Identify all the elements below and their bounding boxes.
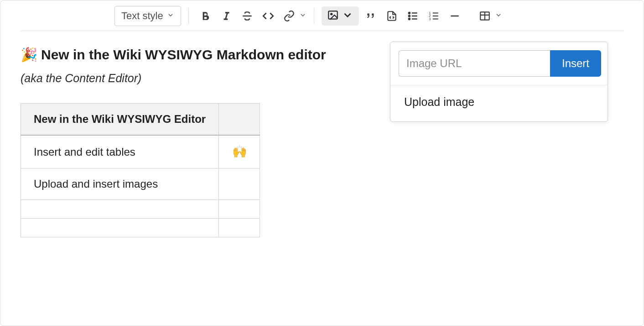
table-cell[interactable]: Upload and insert images: [21, 168, 219, 200]
table-cell-emoji[interactable]: [219, 219, 260, 237]
blockquote-button[interactable]: [362, 7, 380, 25]
upload-image-option[interactable]: Upload image: [390, 85, 608, 121]
image-insert-popover: Insert Upload image: [390, 42, 608, 122]
bullet-list-button[interactable]: [404, 7, 422, 25]
table-dropdown[interactable]: [476, 7, 502, 25]
table-header-row[interactable]: New in the Wiki WYSIWYG Editor: [21, 104, 260, 136]
table-header-cell[interactable]: New in the Wiki WYSIWYG Editor: [21, 104, 219, 136]
heading-emoji: 🎉: [21, 47, 37, 63]
svg-point-3: [408, 12, 410, 14]
content-table[interactable]: New in the Wiki WYSIWYG Editor Insert an…: [21, 103, 260, 237]
italic-button[interactable]: [217, 7, 235, 25]
insert-image-button[interactable]: Insert: [550, 50, 601, 77]
table-cell-emoji[interactable]: [219, 200, 260, 219]
editor-frame: Text style: [0, 0, 644, 326]
image-url-input[interactable]: [399, 50, 550, 77]
svg-point-7: [408, 18, 410, 20]
link-icon: [280, 7, 298, 25]
svg-rect-1: [328, 11, 338, 19]
table-icon: [476, 7, 494, 25]
table-row[interactable]: [21, 219, 260, 237]
table-row[interactable]: Upload and insert images: [21, 168, 260, 200]
text-style-dropdown[interactable]: Text style: [114, 6, 181, 26]
heading-text: New in the Wiki WYSIWYG Markdown editor: [41, 47, 326, 63]
table-header-cell-empty[interactable]: [219, 104, 260, 136]
horizontal-rule-button[interactable]: [446, 7, 464, 25]
table-cell[interactable]: Insert and edit tables: [21, 135, 219, 168]
table-cell-emoji[interactable]: [219, 168, 260, 200]
chevron-down-icon: [495, 11, 502, 21]
table-cell-emoji[interactable]: 🙌: [219, 135, 260, 168]
chevron-down-icon: [299, 11, 306, 21]
chevron-down-icon: [167, 11, 174, 21]
table-cell[interactable]: [21, 219, 219, 237]
code-button[interactable]: [259, 7, 277, 25]
chevron-down-icon: [342, 9, 353, 23]
editor-toolbar: Text style: [0, 4, 644, 31]
bold-button[interactable]: [196, 7, 214, 25]
table-row[interactable]: Insert and edit tables 🙌: [21, 135, 260, 168]
text-style-label: Text style: [121, 10, 163, 22]
table-cell[interactable]: [21, 200, 219, 219]
toolbar-divider: [188, 8, 189, 24]
image-icon: [327, 9, 339, 23]
table-row[interactable]: [21, 200, 260, 219]
svg-point-2: [331, 13, 332, 15]
numbered-list-button[interactable]: 123: [425, 7, 443, 25]
strikethrough-button[interactable]: [238, 7, 256, 25]
svg-text:3: 3: [429, 17, 431, 21]
code-block-button[interactable]: [383, 7, 401, 25]
toolbar-divider: [314, 8, 314, 24]
svg-point-5: [408, 15, 410, 16]
image-dropdown[interactable]: [322, 6, 359, 26]
image-url-row: Insert: [390, 42, 608, 85]
link-dropdown[interactable]: [280, 7, 306, 25]
